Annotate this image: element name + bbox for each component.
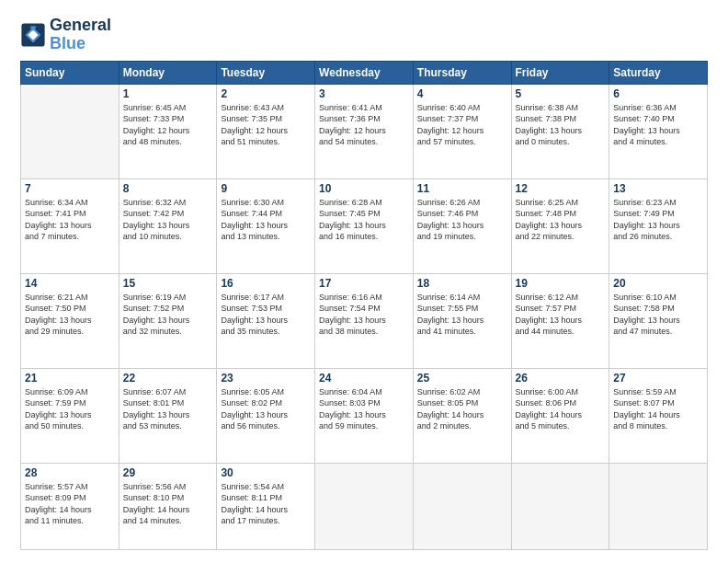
day-number: 30 [221, 466, 311, 479]
calendar-cell [315, 463, 414, 549]
calendar-cell: 20Sunrise: 6:10 AM Sunset: 7:58 PM Dayli… [609, 273, 708, 368]
day-number: 1 [123, 87, 213, 100]
calendar-cell: 22Sunrise: 6:07 AM Sunset: 8:01 PM Dayli… [119, 368, 217, 463]
calendar-page: GeneralBlue SundayMondayTuesdayWednesday… [0, 0, 728, 563]
day-number: 3 [319, 87, 409, 100]
day-info: Sunrise: 6:02 AM Sunset: 8:05 PM Dayligh… [417, 386, 507, 432]
calendar-cell: 15Sunrise: 6:19 AM Sunset: 7:52 PM Dayli… [119, 273, 217, 368]
calendar-cell: 21Sunrise: 6:09 AM Sunset: 7:59 PM Dayli… [21, 368, 119, 463]
day-number: 6 [613, 87, 703, 100]
day-number: 23 [221, 372, 311, 385]
weekday-header-sunday: Sunday [21, 61, 119, 84]
calendar-table: SundayMondayTuesdayWednesdayThursdayFrid… [20, 61, 708, 550]
day-info: Sunrise: 6:12 AM Sunset: 7:57 PM Dayligh… [516, 292, 606, 338]
day-number: 22 [123, 372, 213, 385]
day-number: 5 [516, 87, 606, 100]
weekday-header-tuesday: Tuesday [217, 61, 315, 84]
calendar-cell: 25Sunrise: 6:02 AM Sunset: 8:05 PM Dayli… [413, 368, 511, 463]
calendar-cell: 13Sunrise: 6:23 AM Sunset: 7:49 PM Dayli… [609, 178, 708, 273]
calendar-cell: 14Sunrise: 6:21 AM Sunset: 7:50 PM Dayli… [21, 273, 119, 368]
calendar-cell: 16Sunrise: 6:17 AM Sunset: 7:53 PM Dayli… [217, 273, 315, 368]
day-info: Sunrise: 6:17 AM Sunset: 7:53 PM Dayligh… [221, 292, 311, 338]
day-number: 18 [417, 277, 507, 290]
calendar-body: 1Sunrise: 6:45 AM Sunset: 7:33 PM Daylig… [21, 84, 708, 549]
calendar-cell: 4Sunrise: 6:40 AM Sunset: 7:37 PM Daylig… [413, 84, 511, 178]
day-number: 21 [25, 372, 115, 385]
calendar-cell: 23Sunrise: 6:05 AM Sunset: 8:02 PM Dayli… [217, 368, 315, 463]
day-info: Sunrise: 6:25 AM Sunset: 7:48 PM Dayligh… [516, 197, 606, 243]
day-number: 20 [613, 277, 703, 290]
calendar-cell: 17Sunrise: 6:16 AM Sunset: 7:54 PM Dayli… [315, 273, 414, 368]
calendar-cell [511, 463, 609, 549]
logo-icon [20, 22, 46, 48]
calendar-week-1: 1Sunrise: 6:45 AM Sunset: 7:33 PM Daylig… [21, 84, 708, 178]
calendar-cell [413, 463, 511, 549]
calendar-week-5: 28Sunrise: 5:57 AM Sunset: 8:09 PM Dayli… [21, 463, 708, 549]
day-info: Sunrise: 6:34 AM Sunset: 7:41 PM Dayligh… [25, 197, 115, 243]
calendar-cell: 7Sunrise: 6:34 AM Sunset: 7:41 PM Daylig… [21, 178, 119, 273]
day-info: Sunrise: 6:26 AM Sunset: 7:46 PM Dayligh… [417, 197, 507, 243]
day-number: 11 [417, 182, 507, 195]
calendar-cell: 19Sunrise: 6:12 AM Sunset: 7:57 PM Dayli… [511, 273, 609, 368]
calendar-cell: 1Sunrise: 6:45 AM Sunset: 7:33 PM Daylig… [119, 84, 217, 178]
day-number: 16 [221, 277, 311, 290]
calendar-cell: 28Sunrise: 5:57 AM Sunset: 8:09 PM Dayli… [21, 463, 119, 549]
calendar-cell: 24Sunrise: 6:04 AM Sunset: 8:03 PM Dayli… [315, 368, 414, 463]
day-info: Sunrise: 6:30 AM Sunset: 7:44 PM Dayligh… [221, 197, 311, 243]
calendar-cell: 5Sunrise: 6:38 AM Sunset: 7:38 PM Daylig… [511, 84, 609, 178]
calendar-cell: 29Sunrise: 5:56 AM Sunset: 8:10 PM Dayli… [119, 463, 217, 549]
day-info: Sunrise: 6:19 AM Sunset: 7:52 PM Dayligh… [123, 292, 213, 338]
day-info: Sunrise: 6:36 AM Sunset: 7:40 PM Dayligh… [613, 102, 703, 148]
day-info: Sunrise: 6:41 AM Sunset: 7:36 PM Dayligh… [319, 102, 409, 148]
day-number: 12 [516, 182, 606, 195]
day-info: Sunrise: 6:32 AM Sunset: 7:42 PM Dayligh… [123, 197, 213, 243]
calendar-week-4: 21Sunrise: 6:09 AM Sunset: 7:59 PM Dayli… [21, 368, 708, 463]
day-number: 27 [613, 372, 703, 385]
day-number: 29 [123, 466, 213, 479]
calendar-cell [609, 463, 708, 549]
day-info: Sunrise: 5:57 AM Sunset: 8:09 PM Dayligh… [25, 481, 115, 527]
calendar-cell: 2Sunrise: 6:43 AM Sunset: 7:35 PM Daylig… [217, 84, 315, 178]
calendar-cell: 3Sunrise: 6:41 AM Sunset: 7:36 PM Daylig… [315, 84, 414, 178]
day-info: Sunrise: 6:10 AM Sunset: 7:58 PM Dayligh… [613, 292, 703, 338]
weekday-header-thursday: Thursday [413, 61, 511, 84]
calendar-cell [21, 84, 119, 178]
day-info: Sunrise: 6:43 AM Sunset: 7:35 PM Dayligh… [221, 102, 311, 148]
day-info: Sunrise: 5:56 AM Sunset: 8:10 PM Dayligh… [123, 481, 213, 527]
day-number: 26 [516, 372, 606, 385]
day-info: Sunrise: 6:07 AM Sunset: 8:01 PM Dayligh… [123, 386, 213, 432]
day-number: 4 [417, 87, 507, 100]
weekday-row: SundayMondayTuesdayWednesdayThursdayFrid… [21, 61, 708, 84]
day-number: 14 [25, 277, 115, 290]
calendar-cell: 12Sunrise: 6:25 AM Sunset: 7:48 PM Dayli… [511, 178, 609, 273]
day-number: 9 [221, 182, 311, 195]
day-number: 25 [417, 372, 507, 385]
calendar-cell: 9Sunrise: 6:30 AM Sunset: 7:44 PM Daylig… [217, 178, 315, 273]
day-info: Sunrise: 5:54 AM Sunset: 8:11 PM Dayligh… [221, 481, 311, 527]
day-info: Sunrise: 6:09 AM Sunset: 7:59 PM Dayligh… [25, 386, 115, 432]
day-number: 15 [123, 277, 213, 290]
calendar-week-3: 14Sunrise: 6:21 AM Sunset: 7:50 PM Dayli… [21, 273, 708, 368]
logo-text: GeneralBlue [50, 17, 111, 53]
calendar-cell: 11Sunrise: 6:26 AM Sunset: 7:46 PM Dayli… [413, 178, 511, 273]
day-info: Sunrise: 6:21 AM Sunset: 7:50 PM Dayligh… [25, 292, 115, 338]
weekday-header-friday: Friday [511, 61, 609, 84]
day-info: Sunrise: 6:05 AM Sunset: 8:02 PM Dayligh… [221, 386, 311, 432]
header: GeneralBlue [20, 17, 708, 53]
calendar-cell: 18Sunrise: 6:14 AM Sunset: 7:55 PM Dayli… [413, 273, 511, 368]
day-info: Sunrise: 6:40 AM Sunset: 7:37 PM Dayligh… [417, 102, 507, 148]
day-info: Sunrise: 6:00 AM Sunset: 8:06 PM Dayligh… [516, 386, 606, 432]
calendar-cell: 26Sunrise: 6:00 AM Sunset: 8:06 PM Dayli… [511, 368, 609, 463]
day-number: 7 [25, 182, 115, 195]
day-number: 13 [613, 182, 703, 195]
day-info: Sunrise: 6:45 AM Sunset: 7:33 PM Dayligh… [123, 102, 213, 148]
calendar-cell: 6Sunrise: 6:36 AM Sunset: 7:40 PM Daylig… [609, 84, 708, 178]
calendar-header: SundayMondayTuesdayWednesdayThursdayFrid… [21, 61, 708, 84]
weekday-header-saturday: Saturday [609, 61, 708, 84]
weekday-header-monday: Monday [119, 61, 217, 84]
day-info: Sunrise: 6:04 AM Sunset: 8:03 PM Dayligh… [319, 386, 409, 432]
calendar-cell: 10Sunrise: 6:28 AM Sunset: 7:45 PM Dayli… [315, 178, 414, 273]
day-info: Sunrise: 6:28 AM Sunset: 7:45 PM Dayligh… [319, 197, 409, 243]
day-info: Sunrise: 6:14 AM Sunset: 7:55 PM Dayligh… [417, 292, 507, 338]
day-number: 2 [221, 87, 311, 100]
